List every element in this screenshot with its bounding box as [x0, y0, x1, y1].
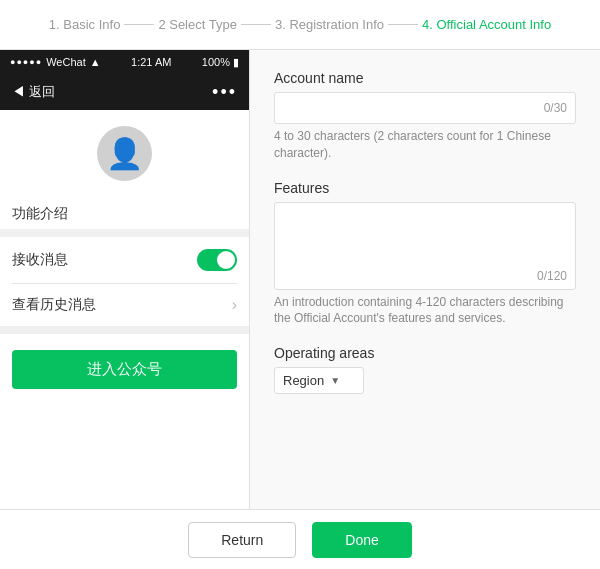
divider-2: [241, 24, 271, 25]
back-label: ◀ 返回: [12, 83, 55, 101]
step-basic-info[interactable]: 1. Basic Info: [49, 17, 121, 32]
history-messages-row[interactable]: 查看历史消息 ›: [0, 284, 249, 326]
form-panel: Account name 0/30 4 to 30 characters (2 …: [250, 50, 600, 509]
phone-profile-section: 👤: [0, 110, 249, 197]
step-select-type[interactable]: 2 Select Type: [158, 17, 237, 32]
section-label: 功能介绍: [0, 197, 249, 229]
receive-messages-row: 接收消息: [0, 237, 249, 283]
region-label: Region: [283, 373, 324, 388]
account-name-char-count: 0/30: [544, 101, 567, 115]
receive-msg-label: 接收消息: [12, 251, 68, 269]
done-button[interactable]: Done: [312, 522, 411, 558]
nav-menu-dots[interactable]: •••: [212, 82, 237, 103]
step-select-type-label: 2 Select Type: [158, 17, 237, 32]
avatar: 👤: [97, 126, 152, 181]
divider-1: [124, 24, 154, 25]
signal-dots: ●●●●●: [10, 57, 42, 67]
features-hint: An introduction containing 4-120 charact…: [274, 294, 576, 328]
main-content: ●●●●● WeChat ▲ 1:21 AM 100% ▮ ◀ 返回 ••• 👤…: [0, 50, 600, 509]
features-input[interactable]: [283, 209, 567, 269]
enter-account-button[interactable]: 进入公众号: [12, 350, 237, 389]
carrier-label: WeChat: [46, 56, 86, 68]
region-dropdown-icon: ▼: [330, 375, 340, 386]
arrow-icon: ›: [232, 296, 237, 314]
back-button[interactable]: ◀ 返回: [12, 83, 55, 101]
account-name-input[interactable]: [283, 101, 544, 116]
operating-areas-group: Operating areas Region ▼: [274, 345, 576, 394]
history-msg-label: 查看历史消息: [12, 296, 96, 314]
gray-divider-2: [0, 326, 249, 334]
account-name-hint: 4 to 30 characters (2 characters count f…: [274, 128, 576, 162]
step-official-account-label: 4. Official Account Info: [422, 17, 551, 32]
account-name-label: Account name: [274, 70, 576, 86]
features-label: Features: [274, 180, 576, 196]
status-left: ●●●●● WeChat ▲: [10, 56, 101, 68]
phone-nav-bar: ◀ 返回 •••: [0, 74, 249, 110]
avatar-icon: 👤: [106, 136, 143, 171]
time-display: 1:21 AM: [131, 56, 171, 68]
phone-panel: ●●●●● WeChat ▲ 1:21 AM 100% ▮ ◀ 返回 ••• 👤…: [0, 50, 250, 509]
step-registration-info[interactable]: 3. Registration Info: [275, 17, 384, 32]
step-basic-info-label: 1. Basic Info: [49, 17, 121, 32]
operating-areas-label: Operating areas: [274, 345, 576, 361]
phone-status-bar: ●●●●● WeChat ▲ 1:21 AM 100% ▮: [0, 50, 249, 74]
receive-msg-toggle[interactable]: [197, 249, 237, 271]
battery-icon: ▮: [233, 56, 239, 68]
progress-bar: 1. Basic Info 2 Select Type 3. Registrat…: [0, 0, 600, 50]
account-name-group: Account name 0/30 4 to 30 characters (2 …: [274, 70, 576, 162]
step-registration-info-label: 3. Registration Info: [275, 17, 384, 32]
battery-label: 100%: [202, 56, 230, 68]
footer: Return Done: [0, 509, 600, 569]
wifi-icon: ▲: [90, 56, 101, 68]
features-group: Features 0/120 An introduction containin…: [274, 180, 576, 328]
step-official-account[interactable]: 4. Official Account Info: [422, 17, 551, 32]
features-char-count: 0/120: [283, 269, 567, 283]
return-button[interactable]: Return: [188, 522, 296, 558]
region-select[interactable]: Region ▼: [274, 367, 364, 394]
divider-3: [388, 24, 418, 25]
account-name-input-wrapper[interactable]: 0/30: [274, 92, 576, 124]
battery-status: 100% ▮: [202, 56, 239, 69]
gray-divider-1: [0, 229, 249, 237]
features-textarea-wrapper[interactable]: 0/120: [274, 202, 576, 290]
